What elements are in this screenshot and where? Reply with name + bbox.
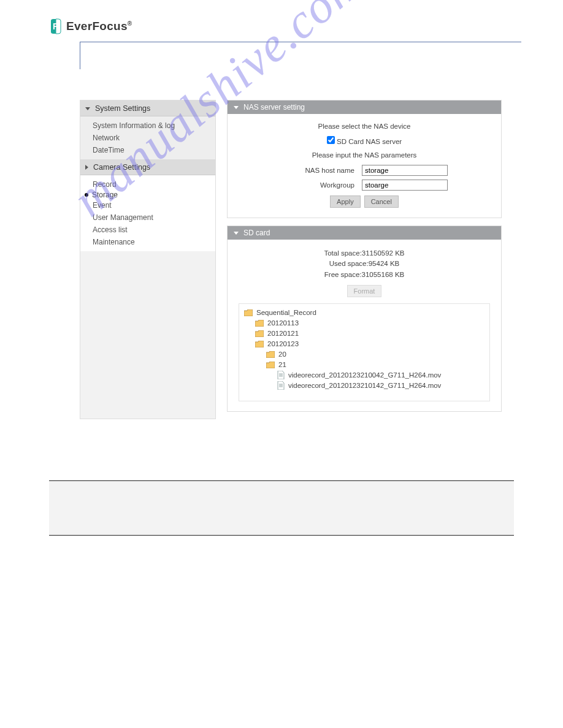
- nas-sd-checkbox[interactable]: [327, 136, 335, 144]
- panel-sd: SD card Total space:31150592 KB Used spa…: [227, 226, 502, 412]
- tree-folder-root[interactable]: Sequential_Record: [244, 308, 484, 318]
- sidebar-header-system[interactable]: System Settings: [80, 100, 215, 116]
- file-icon: [277, 381, 285, 390]
- tree-label: 20120121: [267, 330, 299, 337]
- sidebar-header-label: Camera Settings: [93, 163, 150, 172]
- tree-label: videorecord_20120123210142_G711_H264.mov: [288, 382, 441, 389]
- chevron-right-icon: [85, 165, 88, 170]
- tree-label: videorecord_20120123210042_G711_H264.mov: [288, 371, 441, 379]
- panel-title: SD card: [243, 229, 270, 237]
- sidebar-group-camera: Record Storage Event User Management Acc…: [80, 175, 215, 251]
- sd-free-value: 31055168 KB: [362, 271, 405, 278]
- tree-label: 21: [278, 361, 286, 368]
- nas-host-input[interactable]: [362, 165, 448, 176]
- sidebar-header-camera[interactable]: Camera Settings: [80, 159, 215, 175]
- folder-icon: [244, 309, 253, 316]
- sidebar: System Settings System Information & log…: [80, 100, 216, 419]
- folder-icon: [255, 330, 264, 337]
- sidebar-item-label: Storage: [92, 191, 118, 199]
- panel-header-sd[interactable]: SD card: [228, 226, 501, 240]
- sidebar-item-record[interactable]: Record: [93, 178, 215, 191]
- panel-title: NAS server setting: [243, 103, 305, 112]
- sidebar-item-network[interactable]: Network: [93, 132, 215, 144]
- sidebar-group-system: System Information & log Network DateTim…: [80, 116, 215, 159]
- file-tree: Sequential_Record 20120113 20120121: [239, 303, 490, 401]
- tree-label: 20120113: [267, 319, 299, 327]
- sidebar-item-datetime[interactable]: DateTime: [93, 144, 215, 156]
- apply-button[interactable]: Apply: [330, 195, 361, 208]
- chevron-down-icon: [85, 107, 90, 110]
- sidebar-item-sysinfo[interactable]: System Information & log: [93, 119, 215, 132]
- sd-total-label: Total space:: [324, 249, 361, 257]
- folder-open-icon: [266, 362, 275, 368]
- nas-workgroup-input[interactable]: [362, 180, 448, 191]
- active-bullet-icon: [85, 193, 88, 197]
- tree-label: Sequential_Record: [256, 309, 316, 316]
- main-column: NAS server setting Please select the NAS…: [227, 100, 502, 419]
- file-icon: [277, 371, 285, 379]
- nas-input-label: Please input the NAS parameters: [239, 151, 490, 159]
- nas-select-label: Please select the NAS device: [239, 123, 490, 130]
- brand-name: EverFocus: [66, 20, 128, 32]
- cancel-button[interactable]: Cancel: [364, 195, 399, 208]
- sidebar-item-storage[interactable]: Storage: [85, 191, 215, 199]
- panel-nas: NAS server setting Please select the NAS…: [227, 100, 502, 218]
- sd-total-value: 31150592 KB: [362, 249, 405, 257]
- sd-used-value: 95424 KB: [369, 260, 400, 267]
- sidebar-item-accesslist[interactable]: Access list: [93, 224, 215, 236]
- sidebar-item-event[interactable]: Event: [93, 199, 215, 211]
- chevron-down-icon: [234, 106, 239, 109]
- footer-divider: [49, 480, 514, 536]
- brand-reg: ®: [128, 20, 132, 27]
- tree-folder[interactable]: 20120123: [244, 339, 484, 349]
- sd-used-label: Used space:: [329, 260, 369, 267]
- format-button[interactable]: Format: [347, 285, 382, 297]
- tree-label: 20: [278, 351, 286, 358]
- panel-header-nas[interactable]: NAS server setting: [228, 100, 501, 114]
- logo-icon: F: [49, 18, 63, 34]
- chevron-down-icon: [234, 232, 239, 235]
- tree-file[interactable]: videorecord_20120123210042_G711_H264.mov: [244, 370, 484, 381]
- sd-free-label: Free space:: [324, 271, 362, 278]
- tree-folder[interactable]: 20120113: [244, 318, 484, 328]
- tree-folder[interactable]: 20: [244, 349, 484, 360]
- tree-label: 20120123: [267, 340, 299, 347]
- tree-file[interactable]: videorecord_20120123210142_G711_H264.mov: [244, 381, 484, 391]
- nas-sd-checkbox-label: SD Card NAS server: [337, 138, 402, 145]
- svg-text:F: F: [53, 21, 58, 31]
- folder-icon: [255, 320, 264, 327]
- nas-workgroup-label: Workgroup: [281, 181, 354, 189]
- tree-folder[interactable]: 20120121: [244, 328, 484, 339]
- folder-icon: [266, 351, 275, 358]
- nas-host-label: NAS host name: [281, 167, 354, 174]
- decor-rule: [80, 42, 521, 69]
- folder-open-icon: [255, 341, 264, 347]
- sd-stats: Total space:31150592 KB Used space:95424…: [239, 248, 490, 280]
- tree-folder[interactable]: 21: [244, 360, 484, 370]
- brand-logo: F EverFocus®: [49, 18, 514, 34]
- sidebar-header-label: System Settings: [95, 104, 150, 113]
- sidebar-item-usermgmt[interactable]: User Management: [93, 211, 215, 224]
- settings-ui: System Settings System Information & log…: [80, 100, 502, 419]
- sidebar-item-maintenance[interactable]: Maintenance: [93, 236, 215, 248]
